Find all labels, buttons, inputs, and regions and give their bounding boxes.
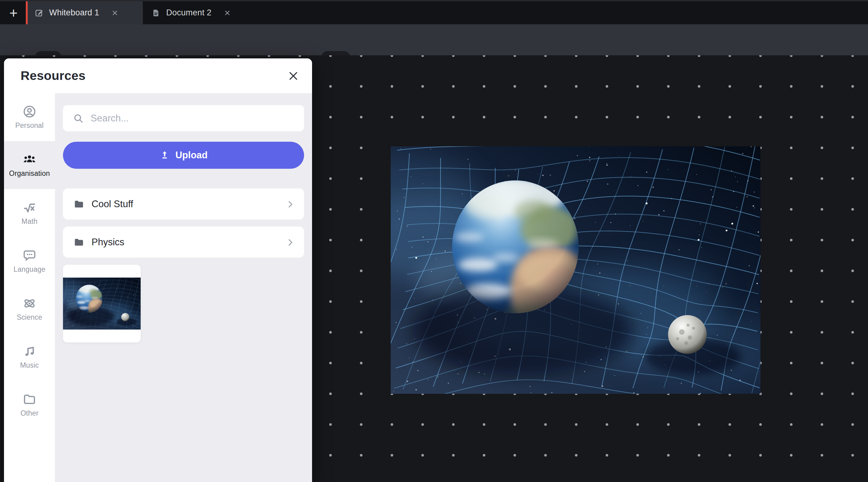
category-math[interactable]: Math (4, 189, 55, 237)
folder-name: Cool Stuff (92, 199, 133, 210)
category-label: Organisation (9, 169, 50, 178)
music-notes-icon (23, 344, 36, 359)
atom-icon (23, 296, 36, 310)
tab-close-icon[interactable] (222, 8, 232, 18)
panel-close-button[interactable] (286, 69, 300, 83)
folder-filled-icon (73, 236, 85, 248)
resources-panel-body: Personal Organisation Math (4, 93, 312, 482)
upload-icon (159, 150, 170, 161)
speech-bubble-icon (23, 248, 36, 262)
tab-document-2[interactable]: Document 2 (143, 1, 249, 24)
document-icon (151, 8, 161, 18)
category-rail: Personal Organisation Math (4, 93, 55, 482)
resources-panel-header: Resources (4, 58, 312, 93)
new-tab-button[interactable]: + (5, 1, 22, 24)
canvas-image-earth-moon-spacetime[interactable] (391, 146, 761, 394)
resources-content: Upload Cool Stuff Physics (55, 93, 312, 482)
category-label: Math (22, 217, 37, 226)
search-box[interactable] (63, 105, 304, 131)
category-science[interactable]: Science (4, 285, 55, 333)
category-label: Science (17, 313, 42, 321)
tab-whiteboard-1[interactable]: Whiteboard 1 (26, 1, 143, 24)
category-language[interactable]: Language (4, 237, 55, 285)
category-label: Language (13, 265, 45, 274)
tab-label: Whiteboard 1 (49, 8, 99, 18)
person-icon (23, 105, 36, 119)
resources-panel: Resources Personal (4, 58, 312, 482)
folder-icon (23, 392, 36, 406)
group-icon (23, 152, 36, 167)
category-label: Personal (16, 121, 43, 130)
chevron-right-icon (286, 237, 295, 247)
search-input[interactable] (90, 113, 294, 124)
tab-label: Document 2 (166, 8, 212, 18)
category-other[interactable]: Other (4, 381, 55, 429)
search-icon (73, 113, 84, 124)
folder-row-physics[interactable]: Physics (63, 227, 304, 258)
chevron-right-icon (286, 199, 295, 209)
toolbar: T Σ (0, 24, 868, 55)
tab-close-icon[interactable] (110, 8, 120, 18)
panel-title: Resources (21, 58, 85, 93)
close-icon (287, 70, 300, 82)
active-tab-accent (26, 1, 28, 24)
whiteboard-edit-icon (34, 8, 43, 18)
upload-button[interactable]: Upload (63, 142, 304, 169)
folder-filled-icon (73, 198, 85, 210)
folder-row-cool-stuff[interactable]: Cool Stuff (63, 189, 304, 220)
category-label: Music (20, 361, 39, 369)
tab-bar: + Whiteboard 1 Document 2 (0, 0, 868, 24)
upload-button-label: Upload (175, 150, 208, 161)
sqrt-x-icon (23, 200, 36, 215)
category-label: Other (21, 409, 39, 418)
resource-thumbnail-earth-moon[interactable] (63, 265, 141, 342)
category-music[interactable]: Music (4, 333, 55, 381)
category-personal[interactable]: Personal (4, 93, 55, 141)
category-organisation[interactable]: Organisation (4, 141, 55, 189)
folder-name: Physics (92, 237, 124, 248)
